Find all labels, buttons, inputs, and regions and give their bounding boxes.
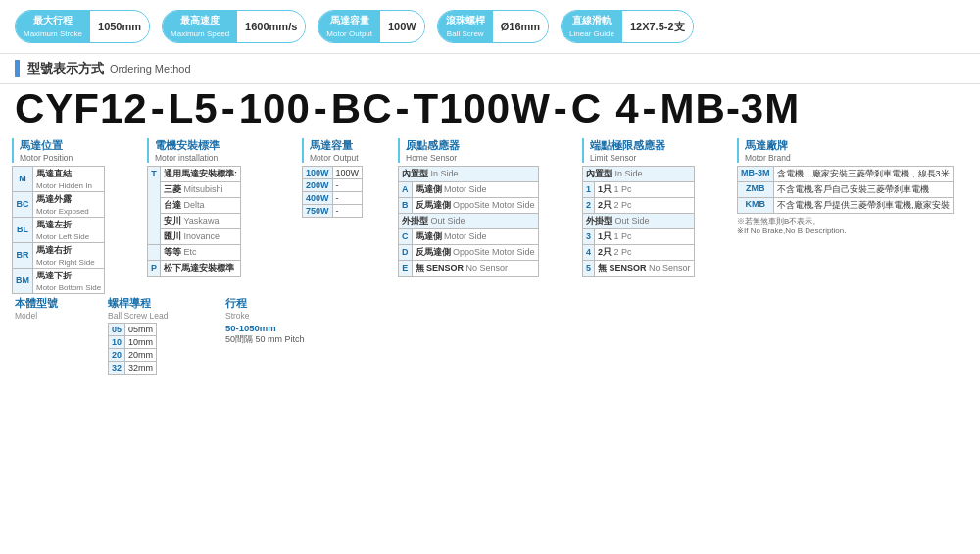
seg-cn-screw: 螺桿導程 <box>108 296 151 311</box>
model-seg-cyf12: CYF12 <box>15 86 148 131</box>
spec-value-1: 1600mm/s <box>237 18 305 35</box>
val-05mm: 05mm <box>125 323 157 335</box>
cell-3: 1只 1 Pc <box>595 228 695 244</box>
cell-BC: 馬達外露Motor Exposed <box>33 191 105 217</box>
model-seg-c: C <box>571 86 602 131</box>
code-4: 4 <box>583 244 595 260</box>
motor-position-header: 馬達位置 Motor Position <box>12 138 139 163</box>
table-row: M 馬達直結Motor Hidden In <box>13 166 105 191</box>
table-row: BM 馬達下折Motor Bottom Side <box>13 268 105 293</box>
cell-delta: 台達 Delta <box>161 197 241 213</box>
code-MB3M: MB-3M <box>738 166 774 181</box>
code-T: T <box>148 166 161 244</box>
home-sensor-header: 原點感應器 Home Sensor <box>398 138 574 163</box>
cell-P: 松下馬達安裝標準 <box>161 260 241 276</box>
motor-brand-header: 馬達廠牌 Motor Brand <box>737 138 954 163</box>
motor-brand-table: MB-3M 含電機，廠家安裝三菱帶剎車電機，線長3米 ZMB 不含電機,客戶自己… <box>737 166 954 214</box>
val-10mm: 10mm <box>125 335 157 348</box>
val-750W: - <box>332 204 363 217</box>
screw-lead-table: 0505mm 1010mm 2020mm 3232mm <box>108 323 157 375</box>
cell-yaskawa: 安川 Yaskawa <box>161 213 241 228</box>
table-row: 2020mm <box>109 348 157 361</box>
table-row: KMB 不含電機,客戶提供三菱帶刹車電機,廠家安裝 <box>738 197 954 213</box>
seg-en-model: Model <box>15 311 37 321</box>
spec-value-0: 1050mm <box>90 18 149 35</box>
table-row: 5 無 SENSOR No Sensor <box>583 260 695 276</box>
motor-output-header: 馬達容量 Motor Output <box>302 138 390 163</box>
table-row: 200W - <box>303 178 363 191</box>
code-M: M <box>13 166 33 191</box>
code-32: 32 <box>109 361 125 374</box>
motor-installation-col: 電機安裝標準 Motor installation T 通用馬達安裝標準: 三菱… <box>147 138 294 277</box>
model-seg-mb3m: MB-3M <box>661 86 801 131</box>
table-row: 3 1只 1 Pc <box>583 228 695 244</box>
motor-brand-en: Motor Brand <box>745 153 954 163</box>
motor-installation-cn: 電機安裝標準 <box>155 138 294 153</box>
table-row: D 反馬達側 OppoSite Motor Side <box>399 244 539 260</box>
table-row: B 反馬達側 OppoSite Motor Side <box>399 197 539 213</box>
table-row: 2 2只 2 Pc <box>583 197 695 213</box>
table-row: 100W 100W <box>303 166 363 178</box>
cell-BR: 馬達右折Motor Right Side <box>33 242 105 268</box>
limit-sensor-col: 端點極限感應器 Limit Sensor 內置型 In Side 1 1只 1 … <box>582 138 729 277</box>
limit-inside-header: 內置型 In Side <box>583 166 695 181</box>
spec-label-2: 馬達容量Motor Output <box>318 11 380 42</box>
segment-labels-area: 本體型號 Model 螺桿導程 Ball Screw Lead 0505mm 1… <box>0 296 980 375</box>
motor-position-col: 馬達位置 Motor Position M 馬達直結Motor Hidden I… <box>12 138 139 294</box>
table-row: A 馬達側 Motor Side <box>399 181 539 197</box>
motor-output-en: Motor Output <box>310 153 390 163</box>
section-title-cn: 型號表示方式 <box>27 60 104 77</box>
motor-installation-en: Motor installation <box>155 153 294 163</box>
table-row: T 通用馬達安裝標準: <box>148 166 241 181</box>
model-dash-1: - <box>151 86 166 131</box>
cell-inovance: 匯川 Inovance <box>161 228 241 244</box>
seg-en-stroke: Stroke <box>225 311 250 321</box>
model-seg-100: 100 <box>239 86 311 131</box>
cell-B: 反馬達側 OppoSite Motor Side <box>412 197 538 213</box>
table-row: 4 2只 2 Pc <box>583 244 695 260</box>
code-A: A <box>399 181 413 197</box>
code-P: P <box>148 260 161 276</box>
section-title-en: Ordering Method <box>110 63 191 75</box>
specs-bar: 最大行程Maximum Stroke 1050mm 最高速度Maximum Sp… <box>0 0 980 54</box>
table-row: BR 馬達右折Motor Right Side <box>13 242 105 268</box>
motor-brand-cn: 馬達廠牌 <box>745 138 954 153</box>
cell-T-header: 通用馬達安裝標準: <box>161 166 241 181</box>
motor-brand-col: 馬達廠牌 Motor Brand MB-3M 含電機，廠家安裝三菱帶剎車電機，線… <box>737 138 954 235</box>
spec-value-2: 100W <box>380 18 424 35</box>
cell-MB3M: 含電機，廠家安裝三菱帶剎車電機，線長3米 <box>773 166 953 181</box>
table-row: 外掛型 Out Side <box>399 213 539 228</box>
stroke-range: 50-1050mm <box>225 323 276 333</box>
val-20mm: 20mm <box>125 348 157 361</box>
table-row: BL 馬達左折Motor Left Side <box>13 217 105 242</box>
limit-sensor-table: 內置型 In Side 1 1只 1 Pc 2 2只 2 Pc 外掛型 Out … <box>582 166 695 277</box>
cell-M: 馬達直結Motor Hidden In <box>33 166 105 191</box>
model-dash-3: - <box>314 86 328 131</box>
val-100W: 100W <box>332 166 363 178</box>
table-row: E 無 SENSOR No Sensor <box>399 260 539 276</box>
val-32mm: 32mm <box>125 361 157 374</box>
section-header: 型號表示方式 Ordering Method <box>0 54 980 84</box>
table-row: 3232mm <box>109 361 157 374</box>
code-2: 2 <box>583 197 595 213</box>
code-750W: 750W <box>303 204 333 217</box>
seg-cn-stroke: 行程 <box>225 296 247 311</box>
model-dash-6: - <box>643 86 658 131</box>
cell-BM: 馬達下折Motor Bottom Side <box>33 268 105 293</box>
table-row: 台達 Delta <box>148 197 241 213</box>
val-200W: - <box>332 178 363 191</box>
code-05: 05 <box>109 323 125 335</box>
model-row: CYF12 - L5 - 100 - BC - T100W - C 4 - MB… <box>15 86 965 131</box>
code-C: C <box>399 228 413 244</box>
spec-value-3: Ø16mm <box>493 18 548 35</box>
code-KMB: KMB <box>738 197 774 213</box>
limit-outside-header: 外掛型 Out Side <box>583 213 695 228</box>
table-row: 750W - <box>303 204 363 217</box>
table-row: 三菱 Mitsubishi <box>148 181 241 197</box>
outside-header: 外掛型 Out Side <box>399 213 539 228</box>
limit-sensor-cn: 端點極限感應器 <box>590 138 729 153</box>
table-row: 安川 Yaskawa <box>148 213 241 228</box>
motor-installation-table: T 通用馬達安裝標準: 三菱 Mitsubishi 台達 Delta 安川 Ya… <box>147 166 241 277</box>
table-row: 內置型 In Side <box>583 166 695 181</box>
code-BR: BR <box>13 242 33 268</box>
